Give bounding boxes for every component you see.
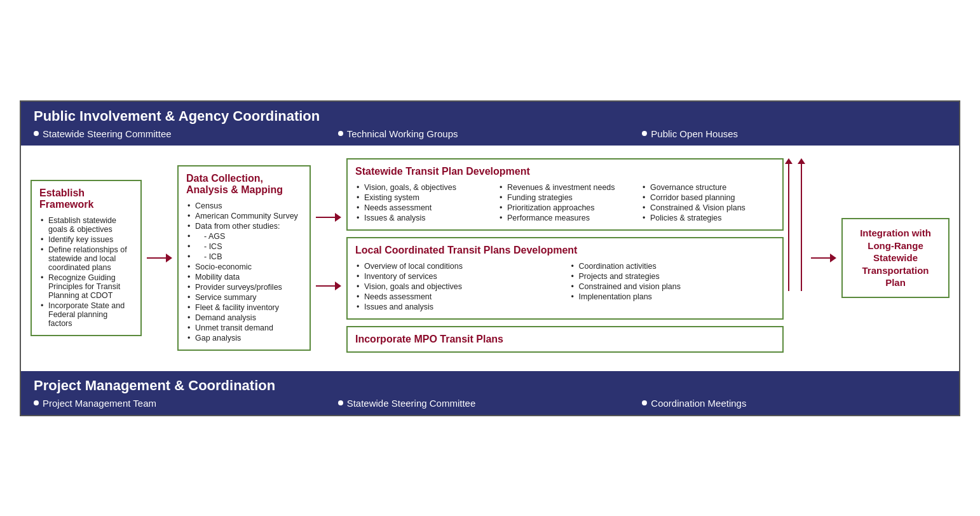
dc-item-1: American Community Survey [186,211,302,221]
sw-c2-0: Revenues & investment needs [498,182,632,193]
establish-list: Establish statewide goals & objectives I… [39,215,133,329]
local-title: Local Coordinated Transit Plans Developm… [355,245,775,256]
statewide-col3: Governance structure Corridor based plan… [641,182,775,223]
dc-item-0: Census [186,201,302,211]
establish-item-2: Define relationships of statewide and lo… [39,245,133,273]
dc-item-11: Demand analysis [186,313,302,323]
establish-column: Establish Framework Establish statewide … [31,158,142,358]
sw-c3-3: Policies & strategies [641,213,775,223]
mpo-title: Incorporate MPO Transit Plans [355,334,775,345]
top-bar-title: Public Involvement & Agency Coordination [34,108,946,125]
arrow-line-integration [811,257,830,259]
mpo-box: Incorporate MPO Transit Plans [346,326,784,353]
bottom-bar-label-1: Project Management Team [43,398,156,409]
dc-item-9: Service summary [186,292,302,302]
establish-item-3: Recognize Guiding Principles for Transit… [39,273,133,301]
top-bar: Public Involvement & Agency Coordination… [21,102,959,146]
dc-item-6: Socio-economic [186,262,302,272]
arrow-to-local [316,282,341,290]
data-collection-title: Data Collection, Analysis & Mapping [186,173,302,196]
establish-title: Establish Framework [39,187,133,210]
local-col2: Coordination activities Projects and str… [570,261,775,312]
arrow-head-statewide [335,213,341,222]
bullet-1 [34,131,39,136]
local-list-2: Coordination activities Projects and str… [570,261,775,302]
data-collection-box: Data Collection, Analysis & Mapping Cens… [177,165,311,351]
establish-box: Establish Framework Establish statewide … [31,180,142,336]
bottom-bar-title: Project Management & Coordination [34,377,946,394]
statewide-title: Statewide Transit Plan Development [355,166,775,177]
statewide-list-2: Revenues & investment needs Funding stra… [498,182,632,223]
sw-c3-1: Corridor based planning [641,193,775,203]
bottom-bullet-3 [642,400,647,405]
local-list-1: Overview of local conditions Inventory o… [355,261,561,312]
arrow-line-statewide [316,217,335,218]
dc-item-7: Mobility data [186,272,302,282]
top-bar-item-label-3: Public Open Houses [651,128,738,139]
dc-item-8: Provider surveys/profiles [186,282,302,292]
dc-item-13: Gap analysis [186,333,302,343]
upward-arrows [785,158,805,298]
up-arrow-line-1 [788,164,789,291]
statewide-col1: Vision, goals, & objectives Existing sys… [355,182,489,223]
up-arrow-head-1 [785,158,793,164]
arrow-head-integration [830,254,836,262]
middle-column: Statewide Transit Plan Development Visio… [346,158,784,358]
top-bar-item-1: Statewide Steering Committee [34,128,338,139]
arrow-head-1 [166,254,172,262]
establish-item-4: Incorporate State and Federal planning f… [39,301,133,329]
bottom-bar-item-1: Project Management Team [34,398,338,409]
bottom-bar-label-2: Statewide Steering Committee [347,398,476,409]
up-arrow-line-2 [801,164,802,291]
dc-item-4: - ICS [186,241,302,252]
up-arrow-head-2 [798,158,805,164]
loc-c1-3: Needs assessment [355,292,561,302]
upward-arrows-col [784,158,806,358]
local-content: Overview of local conditions Inventory o… [355,261,775,312]
dc-item-12: Unmet transit demand [186,323,302,333]
establish-item-1: Identify key issues [39,234,133,245]
top-bar-item-label-2: Technical Working Groups [347,128,458,139]
arrow-line-local [316,285,335,287]
arrows-middle [311,158,346,358]
sw-c1-2: Needs assessment [355,203,489,213]
establish-item-0: Establish statewide goals & objectives [39,215,133,234]
integration-box: Integration with Long-Range Statewide Tr… [841,218,949,298]
bullet-2 [338,131,343,136]
bottom-bar-item-2: Statewide Steering Committee [338,398,643,409]
integration-column: Integration with Long-Range Statewide Tr… [841,158,949,358]
sw-c1-1: Existing system [355,193,489,203]
sw-c2-1: Funding strategies [498,193,632,203]
loc-c1-1: Inventory of services [355,271,561,282]
sw-c3-0: Governance structure [641,182,775,193]
statewide-list-3: Governance structure Corridor based plan… [641,182,775,223]
dc-item-10: Fleet & facility inventory [186,302,302,313]
local-box: Local Coordinated Transit Plans Developm… [346,237,784,320]
loc-c2-2: Constrained and vision plans [570,282,775,292]
dc-item-5: - ICB [186,252,302,262]
upward-arrow-2 [798,158,805,291]
loc-c1-4: Issues and analysis [355,302,561,312]
loc-c2-3: Implenentation plans [570,292,775,302]
bottom-bullet-1 [34,400,39,405]
data-collection-list: Census American Community Survey Data fr… [186,201,302,343]
sw-c2-2: Prioritization approaches [498,203,632,213]
loc-c2-0: Coordination activities [570,261,775,271]
integration-title: Integration with Long-Range Statewide Tr… [852,227,939,289]
top-bar-item-3: Public Open Houses [642,128,946,139]
loc-c2-1: Projects and strategies [570,271,775,282]
bottom-bar-items: Project Management Team Statewide Steeri… [34,398,946,409]
top-bar-item-label-1: Statewide Steering Committee [43,128,172,139]
arrow-line-1 [147,257,166,259]
arrow-to-statewide [316,213,341,222]
statewide-box: Statewide Transit Plan Development Visio… [346,158,784,231]
statewide-list-1: Vision, goals, & objectives Existing sys… [355,182,489,223]
sw-c1-0: Vision, goals, & objectives [355,182,489,193]
bottom-bullet-2 [338,400,343,405]
arrow-to-integration [806,158,841,358]
statewide-content: Vision, goals, & objectives Existing sys… [355,182,775,223]
loc-c1-0: Overview of local conditions [355,261,561,271]
bullet-3 [642,131,647,136]
loc-c1-2: Vision, goals and objectives [355,282,561,292]
upward-arrow-1 [785,158,793,291]
